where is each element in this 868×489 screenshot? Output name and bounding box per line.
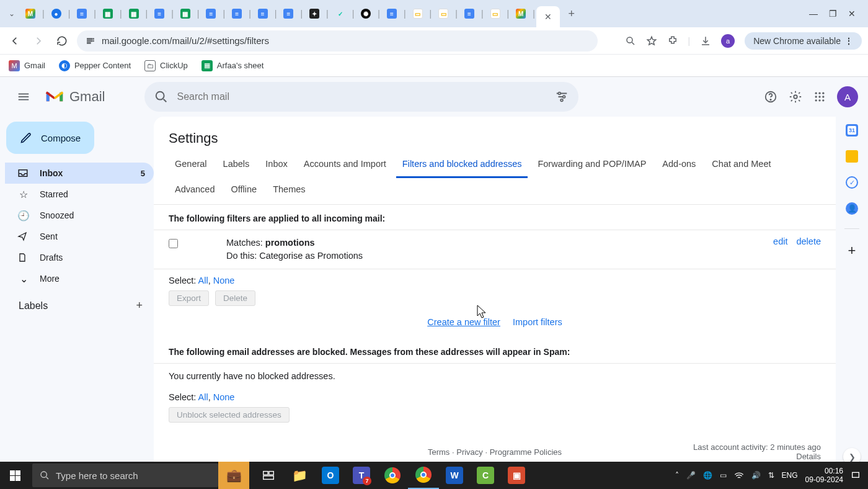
- tab-gmail[interactable]: M: [20, 4, 41, 23]
- search-bar[interactable]: [144, 82, 578, 112]
- downloads-icon[interactable]: [700, 35, 711, 47]
- details-link[interactable]: Details: [796, 452, 821, 461]
- search-options-icon[interactable]: [555, 90, 569, 104]
- delete-filter-link[interactable]: delete: [796, 236, 821, 246]
- tab-openai[interactable]: ✺: [355, 4, 376, 23]
- select-all-blocked-link[interactable]: All: [198, 392, 208, 402]
- taskbar-search[interactable]: Type here to search: [32, 464, 218, 487]
- taskbar-chrome-1[interactable]: [377, 462, 408, 489]
- support-icon[interactable]: [764, 90, 777, 104]
- apps-grid-icon[interactable]: [813, 91, 826, 103]
- zoom-icon[interactable]: [625, 35, 636, 47]
- tab-check[interactable]: ✓: [330, 4, 351, 23]
- close-tab-icon[interactable]: ✕: [544, 12, 552, 22]
- compose-button[interactable]: Compose: [6, 122, 94, 154]
- tab-offline[interactable]: Offline: [225, 178, 264, 202]
- minimize-button[interactable]: —: [809, 9, 818, 19]
- settings-gear-icon[interactable]: [789, 90, 802, 104]
- tab-sheet-1[interactable]: ▦: [97, 4, 118, 23]
- terms-link[interactable]: Terms: [428, 447, 450, 457]
- tab-doc-7[interactable]: ≡: [381, 4, 402, 23]
- taskbar-chrome-2[interactable]: [408, 462, 439, 489]
- bookmark-pepper[interactable]: ◐ Pepper Content: [59, 60, 131, 71]
- select-none-link[interactable]: None: [213, 276, 235, 285]
- omnibox[interactable]: mail.google.com/mail/u/2/#settings/filte…: [77, 30, 598, 52]
- tab-doc-8[interactable]: ≡: [459, 4, 480, 23]
- tray-lang[interactable]: ENG: [782, 471, 798, 480]
- bookmark-sheet[interactable]: ▦ Arfaa's sheet: [202, 60, 264, 71]
- tab-inbox[interactable]: Inbox: [259, 153, 293, 178]
- tab-forwarding[interactable]: Forwarding and POP/IMAP: [531, 153, 652, 178]
- select-all-link[interactable]: All: [198, 276, 208, 285]
- bookmark-gmail[interactable]: M Gmail: [9, 60, 45, 71]
- tabs-dropdown-icon[interactable]: ⌄: [4, 9, 20, 18]
- reload-button[interactable]: [53, 32, 71, 50]
- keep-icon[interactable]: [846, 150, 858, 163]
- add-sidepanel-icon[interactable]: +: [848, 243, 856, 259]
- tasks-icon[interactable]: ✓: [846, 176, 858, 189]
- contacts-icon[interactable]: 👤: [846, 202, 858, 215]
- tab-filters[interactable]: Filters and blocked addresses: [396, 153, 528, 178]
- account-avatar[interactable]: A: [837, 86, 858, 107]
- bookmark-clickup[interactable]: 🗀 ClickUp: [144, 60, 188, 71]
- tab-dark[interactable]: ✦: [304, 4, 325, 23]
- tray-battery-icon[interactable]: ▭: [720, 471, 727, 480]
- taskbar-app-briefcase[interactable]: 💼: [218, 462, 249, 489]
- delete-button[interactable]: Delete: [215, 290, 255, 306]
- unblock-button[interactable]: Unblock selected addresses: [169, 407, 290, 423]
- hamburger-menu-icon[interactable]: [10, 83, 37, 110]
- tray-wifi-icon[interactable]: [734, 471, 744, 480]
- tab-themes[interactable]: Themes: [267, 178, 311, 202]
- sidebar-item-more[interactable]: ⌄ More: [5, 268, 154, 289]
- taskbar-app-red[interactable]: ▣: [501, 462, 532, 489]
- close-window-button[interactable]: ✕: [848, 9, 856, 19]
- search-icon[interactable]: [154, 90, 168, 104]
- tab-slides-1[interactable]: ▭: [407, 4, 428, 23]
- edit-filter-link[interactable]: edit: [773, 236, 787, 246]
- tab-advanced[interactable]: Advanced: [169, 178, 221, 202]
- select-none-blocked-link[interactable]: None: [213, 392, 235, 402]
- taskbar-taskview[interactable]: [253, 462, 284, 489]
- tab-active-settings[interactable]: ✕: [536, 6, 560, 27]
- taskbar-outlook[interactable]: O: [315, 462, 346, 489]
- tray-notifications-icon[interactable]: [851, 470, 861, 480]
- tab-doc-3[interactable]: ≡: [200, 4, 221, 23]
- calendar-icon[interactable]: 31: [846, 124, 858, 137]
- add-label-icon[interactable]: +: [136, 299, 143, 312]
- tray-chevron-icon[interactable]: ˄: [675, 471, 679, 480]
- create-filter-link[interactable]: Create a new filter: [427, 317, 500, 327]
- tab-doc-1[interactable]: ≡: [71, 4, 92, 23]
- tab-general[interactable]: General: [169, 153, 213, 178]
- chrome-update-button[interactable]: New Chrome available ⋮: [745, 32, 862, 50]
- tab-labels[interactable]: Labels: [217, 153, 256, 178]
- taskbar-teams[interactable]: T7: [346, 462, 377, 489]
- tab-slides-3[interactable]: ▭: [485, 4, 506, 23]
- sidebar-item-starred[interactable]: ☆ Starred: [5, 184, 154, 205]
- extensions-icon[interactable]: [667, 35, 678, 47]
- tab-slides-2[interactable]: ▭: [433, 4, 454, 23]
- export-button[interactable]: Export: [169, 290, 209, 306]
- search-input[interactable]: [177, 91, 546, 102]
- sidebar-item-drafts[interactable]: Drafts: [5, 247, 154, 268]
- tab-sheet-3[interactable]: ▦: [175, 4, 196, 23]
- maximize-button[interactable]: ❐: [829, 9, 837, 19]
- taskbar-explorer[interactable]: 📁: [284, 462, 315, 489]
- start-button[interactable]: [0, 462, 30, 489]
- tab-sheet-2[interactable]: ▦: [123, 4, 144, 23]
- tab-gmail-2[interactable]: M: [510, 4, 531, 23]
- new-tab-button[interactable]: +: [561, 4, 582, 23]
- taskbar-word[interactable]: W: [439, 462, 470, 489]
- tray-globe-icon[interactable]: 🌐: [703, 471, 712, 480]
- tray-sync-icon[interactable]: ⇅: [768, 471, 774, 480]
- tab-doc-6[interactable]: ≡: [278, 4, 299, 23]
- forward-button[interactable]: [30, 32, 47, 50]
- sidebar-item-inbox[interactable]: Inbox 5: [5, 163, 154, 184]
- tab-chat[interactable]: Chat and Meet: [706, 153, 777, 178]
- tray-mic-icon[interactable]: 🎤: [686, 471, 696, 480]
- sidebar-item-sent[interactable]: Sent: [5, 226, 154, 247]
- taskbar-camtasia[interactable]: C: [470, 462, 501, 489]
- privacy-link[interactable]: Privacy: [456, 447, 483, 457]
- tray-clock[interactable]: 00:16 09-09-2024: [805, 467, 843, 485]
- filter-checkbox[interactable]: [169, 239, 178, 248]
- tab-doc-4[interactable]: ≡: [226, 4, 247, 23]
